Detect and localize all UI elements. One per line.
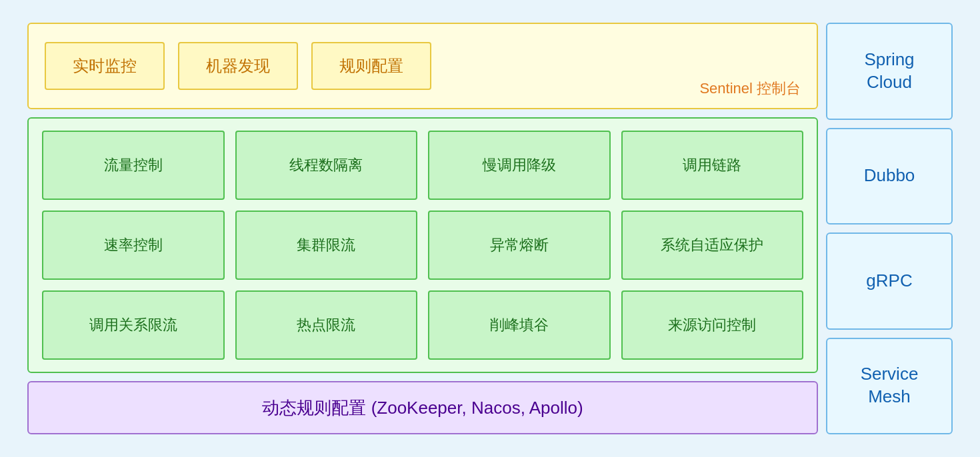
sentinel-label: Sentinel 控制台 — [699, 79, 801, 99]
sentinel-panel: 实时监控 机器发现 规则配置 Sentinel 控制台 — [27, 23, 818, 109]
flow-control-box: 流量控制 — [42, 131, 225, 200]
thread-isolation-box: 线程数隔离 — [235, 131, 418, 200]
hotspot-limit-box: 热点限流 — [235, 290, 418, 360]
dynamic-rules-panel: 动态规则配置 (ZooKeeper, Nacos, Apollo) — [27, 381, 818, 434]
rate-control-box: 速率控制 — [42, 211, 225, 280]
slow-call-degrade-box: 慢调用降级 — [428, 131, 611, 200]
cluster-limit-box: 集群限流 — [235, 211, 418, 280]
system-adaptive-box: 系统自适应保护 — [621, 211, 804, 280]
relation-limit-box: 调用关系限流 — [42, 290, 225, 360]
grpc-box: gRPC — [826, 232, 953, 330]
source-access-box: 来源访问控制 — [621, 290, 804, 360]
machine-discovery-box: 机器发现 — [178, 42, 298, 90]
call-chain-box: 调用链路 — [621, 131, 804, 200]
features-panel: 流量控制 线程数隔离 慢调用降级 调用链路 速率控制 集群限流 异常熔断 系统自… — [27, 117, 818, 373]
dubbo-box: Dubbo — [826, 128, 953, 225]
peak-shaving-box: 削峰填谷 — [428, 290, 611, 360]
service-mesh-box: Service Mesh — [826, 338, 953, 435]
main-panel: 实时监控 机器发现 规则配置 Sentinel 控制台 流量控制 线程数隔离 慢… — [27, 23, 818, 434]
spring-cloud-box: Spring Cloud — [826, 23, 953, 120]
exception-circuit-box: 异常熔断 — [428, 211, 611, 280]
rule-config-box: 规则配置 — [311, 42, 431, 90]
sidebar: Spring Cloud Dubbo gRPC Service Mesh — [826, 23, 953, 434]
main-container: 实时监控 机器发现 规则配置 Sentinel 控制台 流量控制 线程数隔离 慢… — [17, 12, 963, 445]
realtime-monitoring-box: 实时监控 — [45, 42, 165, 90]
